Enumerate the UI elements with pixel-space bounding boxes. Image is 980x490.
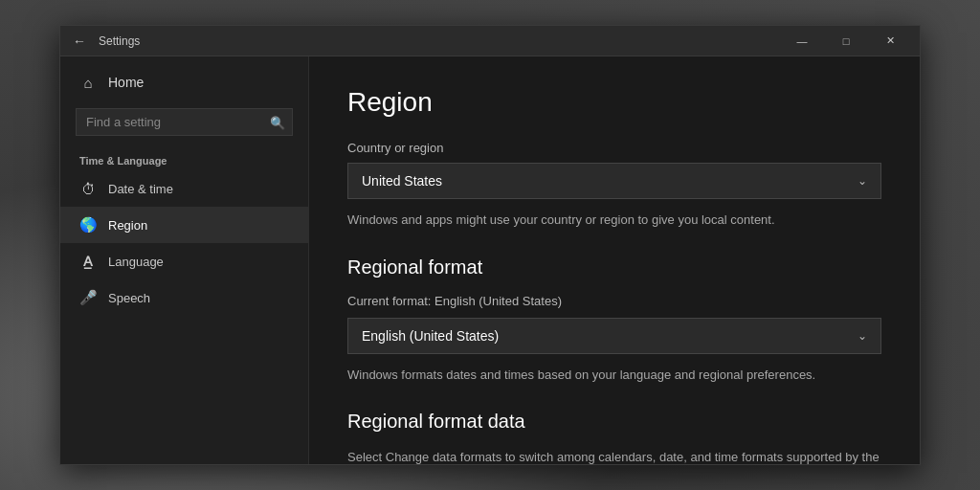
window-controls: — □ ✕ — [780, 26, 912, 56]
settings-window: ← Settings — □ ✕ ⌂ Home 🔍 Time & Languag… — [59, 25, 921, 465]
search-input[interactable] — [76, 108, 293, 136]
regional-format-heading: Regional format — [347, 256, 881, 278]
regional-format-data-description: Select Change data formats to switch amo… — [347, 448, 881, 464]
regional-format-dropdown[interactable]: English (United States) ⌄ — [347, 318, 881, 354]
sidebar-section-label: Time & Language — [60, 147, 308, 170]
sidebar-search-container: 🔍 — [76, 108, 293, 136]
home-icon: ⌂ — [79, 74, 97, 91]
regional-format-data-heading: Regional format data — [347, 411, 881, 433]
country-section-label: Country or region — [347, 141, 881, 155]
sidebar-home-label: Home — [108, 75, 144, 90]
page-title: Region — [347, 87, 881, 118]
minimize-button[interactable]: — — [780, 26, 824, 56]
regional-format-value: English (United States) — [362, 328, 499, 344]
sidebar-item-speech[interactable]: 🎤 Speech — [60, 279, 308, 316]
search-icon: 🔍 — [270, 115, 285, 129]
speech-icon: 🎤 — [79, 289, 97, 306]
content-area: ⌂ Home 🔍 Time & Language ⏱ Date & time 🌎… — [60, 56, 920, 464]
date-time-icon: ⏱ — [79, 180, 97, 197]
country-dropdown-arrow: ⌄ — [858, 174, 867, 188]
sidebar-date-time-label: Date & time — [108, 182, 173, 196]
region-icon: 🌎 — [79, 216, 97, 234]
country-description: Windows and apps might use your country … — [347, 211, 881, 230]
country-dropdown-value: United States — [362, 173, 442, 189]
regional-format-dropdown-arrow: ⌄ — [858, 329, 867, 343]
current-format-label: Current format: English (United States) — [347, 294, 881, 308]
back-button[interactable]: ← — [68, 30, 91, 53]
titlebar: ← Settings — □ ✕ — [60, 26, 920, 56]
sidebar-item-language[interactable]: A̲ Language — [60, 243, 308, 279]
sidebar-speech-label: Speech — [108, 291, 150, 305]
close-button[interactable]: ✕ — [868, 26, 912, 56]
sidebar-region-label: Region — [108, 218, 147, 233]
regional-format-description: Windows formats dates and times based on… — [347, 366, 881, 385]
sidebar-language-label: Language — [108, 255, 164, 269]
sidebar-item-home[interactable]: ⌂ Home — [60, 64, 308, 100]
maximize-button[interactable]: □ — [824, 26, 868, 56]
window-title: Settings — [99, 34, 780, 48]
language-icon: A̲ — [79, 253, 97, 270]
sidebar-item-date-time[interactable]: ⏱ Date & time — [60, 170, 308, 207]
country-dropdown[interactable]: United States ⌄ — [347, 163, 881, 199]
sidebar-item-region[interactable]: 🌎 Region — [60, 207, 308, 243]
main-panel: Region Country or region United States ⌄… — [309, 56, 920, 464]
sidebar: ⌂ Home 🔍 Time & Language ⏱ Date & time 🌎… — [60, 56, 309, 464]
